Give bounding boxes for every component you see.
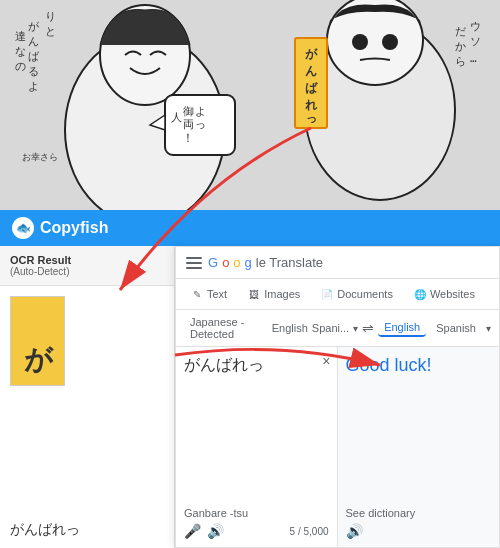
copyfish-icon: 🐟 [12, 217, 34, 239]
target-speaker-icon[interactable]: 🔊 [346, 523, 363, 539]
nav-tab-documents[interactable]: 📄 Documents [314, 283, 399, 305]
ocr-sub: (Auto-Detect) [10, 266, 164, 277]
source-text: がんばれっ [184, 355, 329, 505]
svg-text:両: 両 [183, 118, 194, 131]
target-lang-btn-spanish[interactable]: Spanish [430, 320, 482, 336]
translate-panel: Google Translate ✎ Text 🖼 Images 📄 [175, 246, 500, 548]
svg-text:ソ: ソ [470, 35, 481, 48]
hamburger-line-2 [186, 262, 202, 264]
swap-icon[interactable]: ⇌ [362, 320, 374, 336]
svg-text:御: 御 [183, 105, 194, 118]
svg-text:よ: よ [28, 80, 39, 93]
translate-header: Google Translate [176, 247, 499, 279]
svg-text:っ: っ [195, 118, 206, 131]
target-box: Good luck! See dictionary 🔊 [338, 347, 500, 547]
target-sub[interactable]: See dictionary [346, 507, 492, 519]
hamburger-icon[interactable] [186, 257, 202, 269]
svg-text:れ: れ [305, 98, 318, 112]
svg-text:っ: っ [306, 112, 317, 125]
svg-point-6 [382, 34, 398, 50]
source-icons: 🎤 🔊 [184, 523, 224, 539]
copyfish-bar: 🐟 Copyfish [0, 210, 500, 246]
documents-tab-icon: 📄 [320, 287, 334, 301]
lang-selector: Japanese - Detected English Spani... ▾ ⇌… [176, 310, 499, 347]
ocr-thumbnail: が [10, 296, 65, 386]
ocr-japanese-text: がんばれっ [10, 520, 164, 540]
svg-text:る: る [28, 65, 39, 78]
gt-logo-o1: o [222, 255, 229, 270]
copyfish-logo: 🐟 Copyfish [12, 217, 108, 239]
source-lang-btn[interactable]: Japanese - Detected [184, 314, 268, 342]
copyfish-title: Copyfish [40, 219, 108, 237]
source-lang-extra-1[interactable]: English [272, 322, 308, 334]
text-tab-label: Text [207, 288, 227, 300]
google-translate-logo: Google Translate [208, 255, 323, 270]
nav-tab-text[interactable]: ✎ Text [184, 283, 233, 305]
ganbare-romaji: Ganbare -tsu [184, 507, 329, 519]
svg-text:達: 達 [15, 30, 26, 43]
text-tab-icon: ✎ [190, 287, 204, 301]
source-bottom: 🎤 🔊 5 / 5,000 [184, 523, 329, 539]
char-count: 5 / 5,000 [290, 526, 329, 537]
svg-text:ば: ば [305, 81, 318, 95]
nav-tab-images[interactable]: 🖼 Images [241, 283, 306, 305]
target-lang-btn-english[interactable]: English [378, 319, 426, 337]
svg-text:が: が [305, 47, 318, 61]
source-mic-icon[interactable]: 🎤 [184, 523, 201, 539]
documents-tab-label: Documents [337, 288, 393, 300]
ocr-panel-header: OCR Result (Auto-Detect) [0, 246, 174, 286]
svg-text:！: ！ [182, 131, 194, 145]
gt-logo-rest: le Translate [256, 255, 323, 270]
svg-text:の: の [15, 60, 26, 73]
ocr-text-area: がんばれっ [0, 515, 174, 548]
images-tab-label: Images [264, 288, 300, 300]
lang-dropdown-arrow: ▾ [353, 323, 358, 334]
gt-logo-o2: o [233, 255, 240, 270]
hamburger-line-1 [186, 257, 202, 259]
ocr-thumbnail-char: が [19, 325, 57, 357]
websites-tab-icon: 🌐 [413, 287, 427, 301]
svg-text:ば: ば [28, 50, 40, 63]
gt-logo-g2: g [245, 255, 252, 270]
svg-text:り: り [45, 10, 56, 23]
images-tab-icon: 🖼 [247, 287, 261, 301]
svg-text:と: と [45, 25, 56, 38]
manga-illustration: が ん ば れ っ よ っ 御 両 人 ！ 達 な の が ん ば る よ [0, 0, 500, 210]
svg-point-5 [352, 34, 368, 50]
ocr-label: OCR Result [10, 254, 164, 266]
translate-body: がんばれっ × Ganbare -tsu 🎤 🔊 5 / 5,000 [176, 347, 499, 547]
full-page: が ん ば れ っ よ っ 御 両 人 ！ 達 な の が ん ば る よ [0, 0, 500, 548]
source-close-btn[interactable]: × [322, 353, 330, 369]
svg-text:が: が [28, 20, 40, 33]
svg-text:ウ: ウ [470, 20, 481, 33]
ocr-content: が [0, 286, 174, 515]
svg-text:…: … [470, 52, 477, 65]
svg-text:人: 人 [171, 111, 182, 124]
svg-text:な: な [15, 45, 26, 58]
svg-text:ら: ら [455, 55, 466, 68]
source-box: がんばれっ × Ganbare -tsu 🎤 🔊 5 / 5,000 [176, 347, 338, 547]
svg-text:よ: よ [195, 105, 206, 118]
websites-tab-label: Websites [430, 288, 475, 300]
ocr-panel: OCR Result (Auto-Detect) が がんばれっ [0, 246, 175, 548]
source-lang-extra-2[interactable]: Spani... [312, 322, 349, 334]
target-text: Good luck! [346, 355, 492, 505]
svg-text:ん: ん [28, 35, 39, 48]
middle-section: OCR Result (Auto-Detect) が がんばれっ [0, 246, 500, 548]
svg-text:だ: だ [455, 25, 466, 38]
nav-tab-websites[interactable]: 🌐 Websites [407, 283, 481, 305]
target-lang-dropdown-arrow: ▾ [486, 323, 491, 334]
translate-nav: ✎ Text 🖼 Images 📄 Documents 🌐 Websites [176, 279, 499, 310]
svg-text:か: か [455, 40, 466, 53]
source-speaker-icon[interactable]: 🔊 [207, 523, 224, 539]
svg-text:お幸さら: お幸さら [22, 152, 58, 162]
target-bottom: 🔊 [346, 523, 492, 539]
svg-text:ん: ん [305, 64, 317, 78]
manga-panel: が ん ば れ っ よ っ 御 両 人 ！ 達 な の が ん ば る よ [0, 0, 500, 210]
page-content: が ん ば れ っ よ っ 御 両 人 ！ 達 な の が ん ば る よ [0, 0, 500, 548]
hamburger-line-3 [186, 267, 202, 269]
gt-logo-g: G [208, 255, 218, 270]
